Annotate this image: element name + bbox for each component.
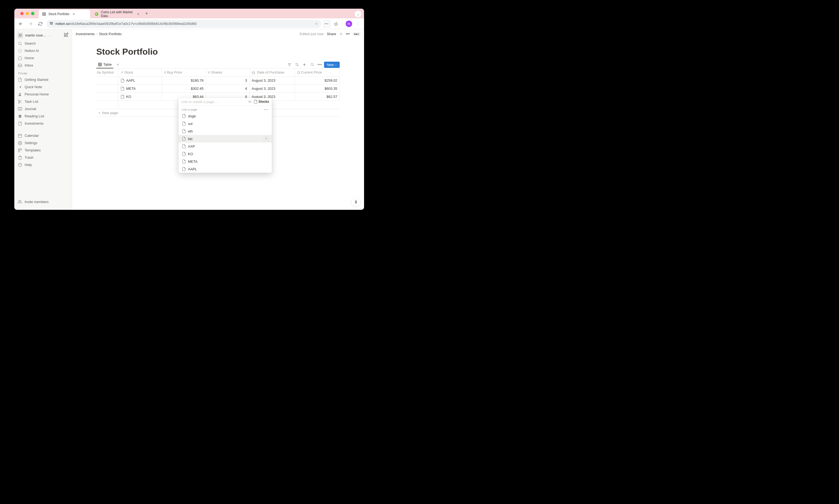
sidebar-page-investments[interactable]: Investments — [14, 120, 72, 127]
close-tab-icon[interactable]: × — [137, 12, 139, 16]
table-row[interactable]: META $302.45 4 August 3, 2023 $603.35 — [96, 85, 340, 93]
sidebar-item-invite[interactable]: Invite members — [14, 198, 72, 205]
browser-menu-button[interactable]: ⋮ — [355, 21, 361, 27]
automation-icon[interactable] — [301, 61, 308, 68]
sidebar-item-label: Task List — [24, 100, 38, 104]
new-button[interactable]: New ⌄ — [324, 62, 340, 68]
column-header-symbol[interactable]: AaSymbol — [96, 68, 118, 76]
share-button[interactable]: Share — [327, 32, 336, 36]
cell-stock[interactable]: META — [118, 85, 162, 93]
sidebar-item-home[interactable]: Home — [14, 54, 72, 62]
sidebar-item-help[interactable]: Help — [14, 161, 72, 168]
sort-icon[interactable] — [294, 61, 300, 68]
table-row[interactable]: AAPL $180.76 3 August 3, 2023 $259.02 — [96, 76, 340, 85]
sidebar-private-heading: Private — [14, 70, 72, 75]
sidebar-page-personal-home[interactable]: Personal Home — [14, 91, 72, 98]
cell-buy-price[interactable]: $180.76 — [162, 76, 206, 85]
browser-tab[interactable]: Coins List with Market Data × — [91, 10, 143, 18]
column-header-buy-price[interactable]: #Buy Price — [162, 68, 206, 76]
link-search-input[interactable] — [181, 100, 246, 104]
cell-current-price[interactable]: $259.02 — [295, 76, 340, 85]
profile-avatar[interactable]: m — [346, 21, 352, 27]
workspace-switcher[interactable]: M martin rose… ⌄ — [14, 31, 72, 39]
cell-stock[interactable]: KO — [118, 93, 162, 101]
cell-symbol[interactable] — [96, 76, 118, 85]
bookmark-star-icon[interactable]: ☆ — [315, 22, 318, 26]
sidebar-item-templates[interactable]: Templates — [14, 147, 72, 154]
cell-shares[interactable]: 3 — [206, 76, 249, 85]
address-bar[interactable]: notion.so/cb18e6aca26f4e3aae0929bdf1e7a0… — [46, 20, 321, 28]
back-button[interactable] — [17, 20, 24, 28]
help-fab[interactable] — [352, 197, 360, 206]
add-icon[interactable]: + — [264, 136, 269, 141]
reload-button[interactable] — [36, 20, 44, 28]
add-view-button[interactable]: + — [115, 61, 121, 68]
link-option[interactable]: sol — [179, 120, 272, 127]
link-option[interactable]: AAPL — [179, 165, 272, 173]
page-title[interactable]: Stock Portfolio — [96, 47, 340, 57]
cell-symbol[interactable] — [96, 93, 118, 101]
forward-button[interactable] — [27, 20, 34, 28]
cell-buy-price[interactable]: $302.45 — [162, 85, 206, 93]
sidebar-page-reading-list[interactable]: Reading List — [14, 112, 72, 120]
sidebar-page-quick-note[interactable]: Quick Note — [14, 83, 72, 91]
cell-shares[interactable]: 4 — [206, 85, 249, 93]
extension-icon[interactable]: N&C — [323, 21, 330, 27]
sidebar: M martin rose… ⌄ Search Notion AI — [14, 29, 72, 210]
cell-date[interactable]: August 3, 2023 — [249, 85, 295, 93]
person-icon — [18, 92, 22, 97]
sidebar-item-settings[interactable]: Settings — [14, 139, 72, 147]
link-in-target[interactable]: Stocks — [253, 100, 269, 104]
nc-badge[interactable]: N&C — [353, 32, 360, 36]
svg-rect-16 — [18, 150, 20, 152]
link-option[interactable]: AXP — [179, 143, 272, 150]
close-tab-icon[interactable]: × — [72, 12, 75, 16]
breadcrumb-current[interactable]: Stock Portfolio — [99, 32, 122, 36]
link-option[interactable]: META — [179, 158, 272, 165]
sidebar-item-trash[interactable]: Trash — [14, 154, 72, 161]
sidebar-item-label: Search — [24, 41, 36, 46]
sidebar-page-task-list[interactable]: Task List — [14, 98, 72, 105]
bookmark-icon — [18, 114, 22, 119]
sidebar-item-calendar[interactable]: Calendar — [14, 132, 72, 139]
link-option[interactable]: btc + — [179, 135, 272, 143]
column-header-shares[interactable]: #Shares — [206, 68, 249, 76]
cell-date[interactable]: August 3, 2023 — [249, 76, 295, 85]
cell-current-price[interactable]: $62.57 — [295, 93, 340, 101]
link-option[interactable]: eth — [179, 127, 272, 135]
link-option[interactable]: KO — [179, 150, 272, 158]
svg-rect-21 — [252, 72, 254, 74]
cell-symbol[interactable] — [96, 85, 118, 93]
close-window-button[interactable] — [20, 12, 23, 15]
column-header-current-price[interactable]: QCurrent Price — [295, 68, 340, 76]
sidebar-page-journal[interactable]: Journal — [14, 105, 72, 112]
new-tab-button[interactable]: + — [143, 11, 151, 17]
sidebar-item-ai[interactable]: Notion AI — [14, 47, 72, 54]
link-option[interactable]: doge — [179, 112, 272, 120]
cell-current-price[interactable]: $603.35 — [295, 85, 340, 93]
link-option-label: btc — [188, 137, 193, 141]
sidebar-item-search[interactable]: Search — [14, 40, 72, 47]
more-options-icon[interactable]: ••• — [317, 61, 323, 68]
favorite-star-icon[interactable]: ☆ — [339, 32, 343, 36]
minimize-window-button[interactable] — [26, 12, 29, 15]
tab-dropdown-button[interactable]: ⌄ — [355, 11, 361, 17]
more-options-icon[interactable]: ••• — [346, 32, 350, 36]
view-tab-table[interactable]: Table — [96, 61, 113, 68]
column-header-date[interactable]: Date of Purchase — [249, 68, 295, 76]
site-settings-icon[interactable] — [50, 21, 53, 26]
link-in-label: In — [249, 100, 251, 104]
sidebar-item-inbox[interactable]: Inbox — [14, 62, 72, 69]
breadcrumb-parent[interactable]: Investments — [76, 32, 95, 36]
sidebar-item-label: Reading List — [24, 114, 44, 118]
search-icon[interactable] — [309, 61, 315, 68]
cell-stock[interactable]: AAPL — [118, 76, 162, 85]
maximize-window-button[interactable] — [31, 12, 34, 15]
filter-icon[interactable] — [286, 61, 293, 68]
link-section-more-icon[interactable]: ••• — [264, 108, 269, 111]
new-page-button[interactable] — [64, 33, 68, 38]
sidebar-page-getting-started[interactable]: Getting Started — [14, 76, 72, 83]
browser-tab-active[interactable]: Stock Portfolio × — [39, 10, 90, 18]
column-header-stock[interactable]: ↗Stock — [118, 68, 162, 76]
extensions-button[interactable] — [333, 21, 339, 27]
